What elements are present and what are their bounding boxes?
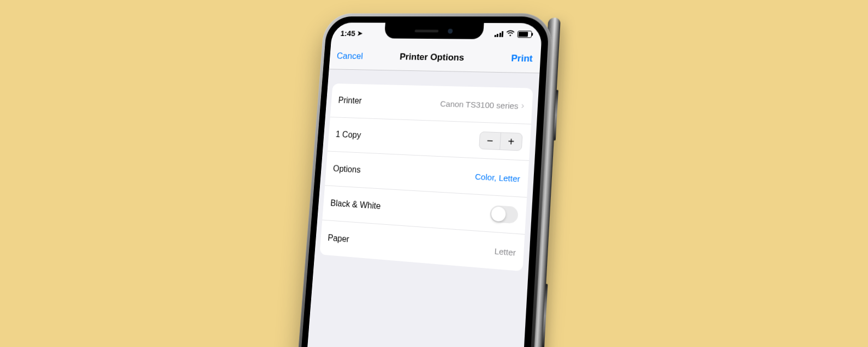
wifi-icon <box>506 30 515 38</box>
options-label: Options <box>333 164 361 175</box>
battery-icon <box>518 31 532 38</box>
paper-value: Letter <box>494 246 516 258</box>
print-button[interactable]: Print <box>511 53 533 64</box>
location-icon: ➤ <box>357 29 363 37</box>
paper-label: Paper <box>328 233 349 244</box>
nav-bar: Cancel Printer Options Print <box>329 43 542 73</box>
side-button-bottom <box>542 284 548 347</box>
side-button-top <box>554 90 558 141</box>
status-left: 1:45 ➤ <box>340 28 363 37</box>
phone-screen: 1:45 ➤ Cancel Printer O <box>301 22 542 347</box>
increment-button[interactable]: + <box>500 133 522 150</box>
copies-stepper: − + <box>479 131 523 151</box>
printer-label: Printer <box>338 95 362 106</box>
copies-label: 1 Copy <box>335 130 361 140</box>
clock: 1:45 <box>340 28 355 37</box>
chevron-right-icon: › <box>521 100 525 112</box>
options-value: Color, Letter <box>475 171 521 183</box>
cell-signal-icon <box>494 31 503 37</box>
status-right <box>494 30 532 38</box>
bw-label: Black & White <box>330 198 381 211</box>
stage: 1:45 ➤ Cancel Printer O <box>0 0 868 347</box>
phone-mockup: 1:45 ➤ Cancel Printer O <box>292 13 553 347</box>
printer-value: Canon TS3100 series › <box>440 98 525 111</box>
notch <box>384 23 484 39</box>
printer-name: Canon TS3100 series <box>440 99 519 110</box>
cancel-button[interactable]: Cancel <box>336 51 363 62</box>
toggle-knob <box>491 206 506 222</box>
decrement-button[interactable]: − <box>479 132 501 149</box>
speaker-icon <box>414 29 438 32</box>
bw-toggle[interactable] <box>490 205 519 224</box>
phone-bezel: 1:45 ➤ Cancel Printer O <box>295 16 550 347</box>
settings-group: Printer Canon TS3100 series › 1 Copy − <box>319 83 533 271</box>
phone-frame: 1:45 ➤ Cancel Printer O <box>292 13 553 347</box>
camera-icon <box>448 28 453 33</box>
content-area: Printer Canon TS3100 series › 1 Copy − <box>301 69 539 347</box>
